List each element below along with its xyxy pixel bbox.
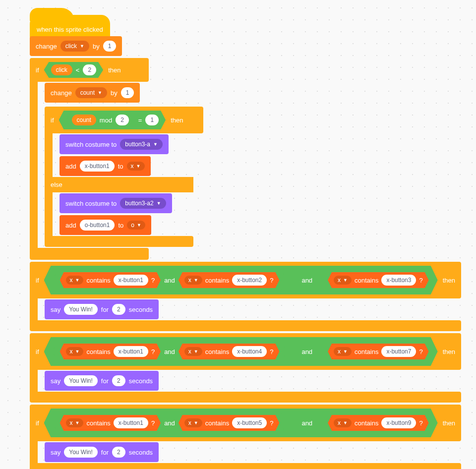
var-dropdown-click[interactable]: click▼ xyxy=(60,41,89,52)
mod-reporter[interactable]: count mod 2 xyxy=(66,113,135,127)
list-dropdown-x[interactable]: x▼ xyxy=(66,347,84,356)
chevron-down-icon: ▼ xyxy=(136,164,141,169)
contains-reporter[interactable]: x▼ contains x-button5 ? xyxy=(178,415,280,431)
contains-reporter[interactable]: x▼ contains x-button7 ? xyxy=(328,344,429,359)
chevron-down-icon: ▼ xyxy=(157,201,161,206)
chevron-down-icon: ▼ xyxy=(343,420,348,425)
var-click[interactable]: click xyxy=(51,64,72,75)
chevron-down-icon: ▼ xyxy=(343,278,348,283)
input-one-b[interactable]: 1 xyxy=(121,87,134,98)
eq-reporter[interactable]: count mod 2 = 1 xyxy=(59,111,166,129)
and-outer[interactable]: x▼ contains x-button1 ? and x▼ contains … xyxy=(44,266,438,294)
and-inner[interactable]: x▼ contains x-button1 ? and x▼ contains … xyxy=(53,270,287,291)
chevron-down-icon: ▼ xyxy=(98,90,102,95)
change-count-by-1[interactable]: change count▼ by 1 xyxy=(45,83,140,103)
checks-container: if x▼ contains x-button1 ? and x▼ contai… xyxy=(30,260,461,469)
input-val[interactable]: x-button4 xyxy=(232,346,267,357)
var-count[interactable]: count xyxy=(72,115,96,125)
list-dropdown-x[interactable]: x▼ xyxy=(184,347,202,356)
label-by: by xyxy=(93,43,100,50)
add-xbutton1-to-x[interactable]: add x-button1 to x▼ xyxy=(60,156,151,176)
lt-reporter[interactable]: click < 2 xyxy=(44,62,104,78)
and-inner[interactable]: x▼ contains x-button1 ? and x▼ contains … xyxy=(53,412,287,433)
chevron-down-icon: ▼ xyxy=(153,142,158,147)
input-val[interactable]: x-button9 xyxy=(381,417,416,428)
list-dropdown-x[interactable]: x▼ xyxy=(66,418,84,427)
chevron-down-icon: ▼ xyxy=(75,420,80,425)
input-xbutton1[interactable]: x-button1 xyxy=(80,161,115,172)
contains-reporter[interactable]: x▼ contains x-button4 ? xyxy=(178,344,280,359)
input-one-c[interactable]: 1 xyxy=(145,115,159,125)
label-else-row: else xyxy=(45,177,193,192)
input-win[interactable]: You Win! xyxy=(64,375,98,386)
input-val[interactable]: x-button1 xyxy=(114,275,148,286)
input-two-sec[interactable]: 2 xyxy=(112,375,125,386)
chevron-down-icon: ▼ xyxy=(137,223,141,228)
and-outer[interactable]: x▼ contains x-button1 ? and x▼ contains … xyxy=(44,409,438,437)
say-you-win[interactable]: say You Win! for 2 seconds xyxy=(45,371,159,391)
input-obutton1[interactable]: o-button1 xyxy=(80,220,115,231)
label-if: if xyxy=(36,66,39,74)
if-win-check-1[interactable]: if x▼ contains x-button1 ? and x▼ contai… xyxy=(30,262,461,331)
label-then: then xyxy=(108,66,120,74)
contains-reporter[interactable]: x▼ contains x-button2 ? xyxy=(178,272,280,288)
input-val[interactable]: x-button5 xyxy=(232,417,267,428)
costume-dropdown-a[interactable]: button3-a▼ xyxy=(120,139,163,150)
chevron-down-icon: ▼ xyxy=(80,44,84,49)
input-two-b[interactable]: 2 xyxy=(116,115,129,125)
hat-label: when this sprite clicked xyxy=(37,26,103,33)
input-win[interactable]: You Win! xyxy=(64,447,98,458)
input-two-sec[interactable]: 2 xyxy=(112,304,125,315)
input-val[interactable]: x-button7 xyxy=(381,346,416,357)
if-count-mod-2-eq-1[interactable]: if count mod 2 = 1 then switch cost xyxy=(45,107,203,247)
chevron-down-icon: ▼ xyxy=(194,349,198,354)
costume-dropdown-a2[interactable]: button3-a2▼ xyxy=(120,198,166,209)
chevron-down-icon: ▼ xyxy=(343,349,348,354)
input-val[interactable]: x-button1 xyxy=(114,346,148,357)
var-dropdown-count[interactable]: count▼ xyxy=(75,87,107,98)
list-dropdown-x[interactable]: x▼ xyxy=(184,418,202,427)
contains-reporter[interactable]: x▼ contains x-button1 ? xyxy=(60,415,161,431)
list-dropdown-o[interactable]: o▼ xyxy=(127,221,145,230)
contains-reporter[interactable]: x▼ contains x-button9 ? xyxy=(328,415,429,431)
switch-costume-a[interactable]: switch costume to button3-a▼ xyxy=(60,134,169,154)
input-val[interactable]: x-button1 xyxy=(114,417,148,428)
list-dropdown-x[interactable]: x▼ xyxy=(334,347,352,356)
list-dropdown-x[interactable]: x▼ xyxy=(334,276,352,285)
hat-when-sprite-clicked[interactable]: when this sprite clicked xyxy=(30,15,110,38)
add-obutton1-to-o[interactable]: add o-button1 to o▼ xyxy=(60,215,151,235)
if-win-check-2[interactable]: if x▼ contains x-button1 ? and x▼ contai… xyxy=(30,333,461,403)
chevron-down-icon: ▼ xyxy=(75,349,80,354)
contains-reporter[interactable]: x▼ contains x-button3 ? xyxy=(328,272,429,288)
switch-costume-a2[interactable]: switch costume to button3-a2▼ xyxy=(60,193,172,213)
contains-reporter[interactable]: x▼ contains x-button1 ? xyxy=(60,272,161,288)
script-stack: when this sprite clicked change click▼ b… xyxy=(30,15,456,469)
chevron-down-icon: ▼ xyxy=(75,278,80,283)
input-one[interactable]: 1 xyxy=(103,41,117,52)
say-you-win[interactable]: say You Win! for 2 seconds xyxy=(45,442,159,462)
list-dropdown-x[interactable]: x▼ xyxy=(184,276,202,285)
chevron-down-icon: ▼ xyxy=(194,278,198,283)
if-click-lt-2[interactable]: if click < 2 then change count▼ by 1 if xyxy=(30,58,203,260)
chevron-down-icon: ▼ xyxy=(194,420,198,425)
list-dropdown-x[interactable]: x▼ xyxy=(127,162,145,171)
contains-reporter[interactable]: x▼ contains x-button1 ? xyxy=(60,344,161,359)
list-dropdown-x[interactable]: x▼ xyxy=(66,276,84,285)
input-two-sec[interactable]: 2 xyxy=(112,447,125,458)
list-dropdown-x[interactable]: x▼ xyxy=(334,418,352,427)
input-win[interactable]: You Win! xyxy=(64,304,98,315)
say-you-win[interactable]: say You Win! for 2 seconds xyxy=(45,299,159,319)
and-inner[interactable]: x▼ contains x-button1 ? and x▼ contains … xyxy=(53,341,287,362)
if-win-check-3[interactable]: if x▼ contains x-button1 ? and x▼ contai… xyxy=(30,405,461,469)
input-two[interactable]: 2 xyxy=(83,64,96,75)
input-val[interactable]: x-button3 xyxy=(381,275,416,286)
input-val[interactable]: x-button2 xyxy=(232,275,267,286)
label-change: change xyxy=(36,43,57,50)
change-click-by-1[interactable]: change click▼ by 1 xyxy=(30,36,122,56)
and-outer[interactable]: x▼ contains x-button1 ? and x▼ contains … xyxy=(44,337,438,366)
